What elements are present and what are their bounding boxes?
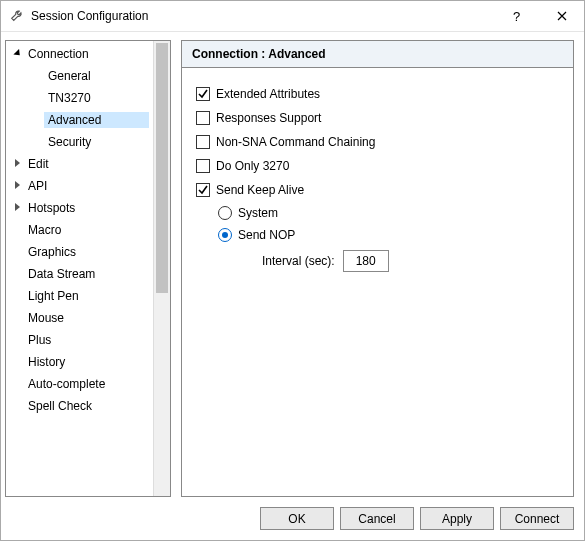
tree-item-label: Plus: [24, 332, 149, 348]
chevron-right-icon[interactable]: [10, 159, 24, 169]
tree-item-history[interactable]: History: [6, 351, 153, 373]
tree-item-edit[interactable]: Edit: [6, 153, 153, 175]
tree-item-label: Auto-complete: [24, 376, 149, 392]
settings-panel: Connection : Advanced Extended Attribute…: [181, 40, 574, 497]
do-only-3270-row[interactable]: Do Only 3270: [196, 154, 559, 178]
tree-item-label: Macro: [24, 222, 149, 238]
tree-scrollbar[interactable]: [153, 41, 170, 496]
do-only-3270-checkbox[interactable]: [196, 159, 210, 173]
tree-item-label: Security: [44, 134, 149, 150]
tree-item-general[interactable]: General: [6, 65, 153, 87]
tree-item-label: TN3270: [44, 90, 149, 106]
connect-button[interactable]: Connect: [500, 507, 574, 530]
tree-item-label: History: [24, 354, 149, 370]
tree-item-label: Light Pen: [24, 288, 149, 304]
tree-item-label: Connection: [24, 46, 149, 62]
tree-item-label: API: [24, 178, 149, 194]
tree-item-label: Data Stream: [24, 266, 149, 282]
non-sna-chaining-checkbox[interactable]: [196, 135, 210, 149]
tree-item-label: Advanced: [44, 112, 149, 128]
ok-button[interactable]: OK: [260, 507, 334, 530]
send-keep-alive-row[interactable]: Send Keep Alive: [196, 178, 559, 202]
help-button[interactable]: ?: [494, 1, 539, 31]
close-button[interactable]: [539, 1, 584, 31]
keep-alive-system-row[interactable]: System: [218, 202, 559, 224]
interval-input[interactable]: [343, 250, 389, 272]
tree-item-hotspots[interactable]: Hotspots: [6, 197, 153, 219]
tree-item-spell-check[interactable]: Spell Check: [6, 395, 153, 417]
keep-alive-system-radio[interactable]: [218, 206, 232, 220]
keep-alive-send-nop-row[interactable]: Send NOP: [218, 224, 559, 246]
tree-item-label: General: [44, 68, 149, 84]
tree-item-plus[interactable]: Plus: [6, 329, 153, 351]
tree-item-macro[interactable]: Macro: [6, 219, 153, 241]
extended-attributes-label: Extended Attributes: [216, 87, 320, 101]
tree-item-label: Mouse: [24, 310, 149, 326]
tree-item-label: Hotspots: [24, 200, 149, 216]
interval-label: Interval (sec):: [262, 254, 335, 268]
tree-item-graphics[interactable]: Graphics: [6, 241, 153, 263]
tree-item-label: Spell Check: [24, 398, 149, 414]
responses-support-row[interactable]: Responses Support: [196, 106, 559, 130]
tree-item-data-stream[interactable]: Data Stream: [6, 263, 153, 285]
session-config-window: Session Configuration ? ConnectionGenera…: [0, 0, 585, 541]
chevron-down-icon[interactable]: [10, 49, 24, 59]
non-sna-chaining-label: Non-SNA Command Chaining: [216, 135, 375, 149]
tree-item-security[interactable]: Security: [6, 131, 153, 153]
window-title: Session Configuration: [31, 9, 494, 23]
check-icon: [197, 184, 209, 196]
nav-tree-list[interactable]: ConnectionGeneralTN3270AdvancedSecurityE…: [6, 41, 153, 496]
cancel-button[interactable]: Cancel: [340, 507, 414, 530]
apply-button[interactable]: Apply: [420, 507, 494, 530]
dialog-footer: OK Cancel Apply Connect: [1, 497, 584, 540]
tree-item-auto-complete[interactable]: Auto-complete: [6, 373, 153, 395]
interval-row: Interval (sec):: [262, 250, 559, 272]
tree-item-tn3270[interactable]: TN3270: [6, 87, 153, 109]
do-only-3270-label: Do Only 3270: [216, 159, 289, 173]
tree-item-api[interactable]: API: [6, 175, 153, 197]
chevron-right-icon[interactable]: [10, 203, 24, 213]
panel-title: Connection : Advanced: [182, 41, 573, 68]
chevron-right-icon[interactable]: [10, 181, 24, 191]
responses-support-checkbox[interactable]: [196, 111, 210, 125]
non-sna-chaining-row[interactable]: Non-SNA Command Chaining: [196, 130, 559, 154]
nav-tree: ConnectionGeneralTN3270AdvancedSecurityE…: [5, 40, 171, 497]
body-area: ConnectionGeneralTN3270AdvancedSecurityE…: [1, 32, 584, 497]
tree-item-light-pen[interactable]: Light Pen: [6, 285, 153, 307]
titlebar: Session Configuration ?: [1, 1, 584, 32]
tree-item-label: Graphics: [24, 244, 149, 260]
tree-scrollbar-thumb[interactable]: [156, 43, 168, 293]
panel-body: Extended Attributes Responses Support No…: [182, 68, 573, 286]
extended-attributes-checkbox[interactable]: [196, 87, 210, 101]
extended-attributes-row[interactable]: Extended Attributes: [196, 82, 559, 106]
keep-alive-send-nop-label: Send NOP: [238, 228, 295, 242]
tree-item-advanced[interactable]: Advanced: [6, 109, 153, 131]
keep-alive-send-nop-radio[interactable]: [218, 228, 232, 242]
send-keep-alive-label: Send Keep Alive: [216, 183, 304, 197]
tree-item-label: Edit: [24, 156, 149, 172]
wrench-icon: [9, 8, 25, 24]
check-icon: [197, 88, 209, 100]
tree-item-connection[interactable]: Connection: [6, 43, 153, 65]
keep-alive-system-label: System: [238, 206, 278, 220]
tree-item-mouse[interactable]: Mouse: [6, 307, 153, 329]
close-icon: [557, 11, 567, 21]
responses-support-label: Responses Support: [216, 111, 321, 125]
keep-alive-radio-group: System Send NOP Interval (sec):: [218, 202, 559, 272]
send-keep-alive-checkbox[interactable]: [196, 183, 210, 197]
